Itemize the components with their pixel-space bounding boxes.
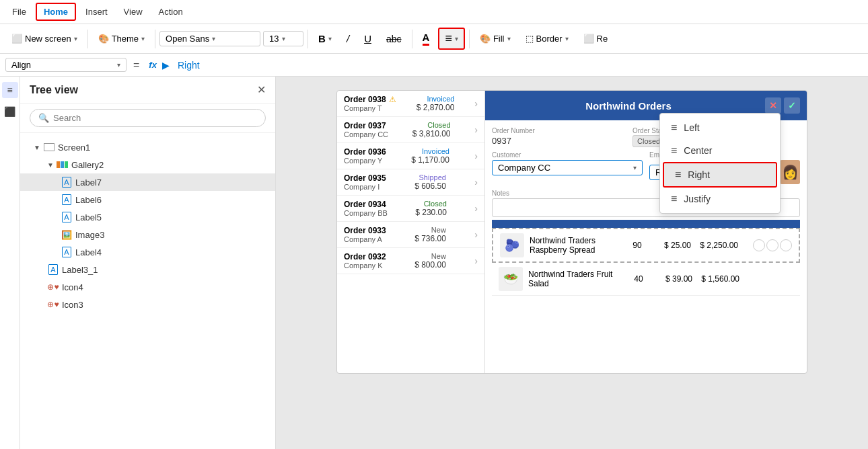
order-number-value: 0937 (492, 136, 626, 146)
product-2-name: Northwind Traders Fruit Salad (528, 270, 625, 288)
close-header-button[interactable]: ✕ (765, 97, 781, 114)
product-row-2[interactable]: 🥗 Northwind Traders Fruit Salad 40 $ 39.… (492, 263, 800, 296)
order-0935-info: Order 0935 Company I (344, 173, 386, 191)
menu-file[interactable]: File (5, 4, 33, 19)
align-justify-label: Justify (684, 194, 711, 204)
align-right-item[interactable]: ≡ Right (663, 162, 777, 188)
fx-label: fx (146, 60, 159, 70)
image3-label: Image3 (75, 230, 104, 240)
action-circle-3[interactable] (780, 239, 792, 251)
separator-2 (155, 30, 155, 48)
order-0933-num: Order 0933 (344, 226, 386, 235)
screen-icon (43, 141, 55, 153)
italic-icon: / (347, 33, 349, 44)
align-center-item[interactable]: ≡ Center (660, 139, 780, 162)
align-right-label: Right (688, 169, 710, 180)
order-0934-num: Order 0934 (344, 200, 388, 209)
theme-button[interactable]: 🎨 Theme ▾ (92, 30, 151, 47)
property-selector[interactable]: Align ▾ (5, 58, 126, 72)
warning-icon: ⚠ (389, 95, 396, 104)
rec-button[interactable]: ⬜ Re (577, 30, 614, 47)
customer-input[interactable]: Company CC ▾ (492, 160, 643, 175)
hamburger-icon[interactable]: ≡ (2, 82, 18, 98)
action-circle-1[interactable] (753, 239, 765, 251)
order-0932-info: Order 0932 Company K (344, 252, 386, 270)
order-item-0938[interactable]: Order 0938 ⚠ Company T Invoiced $ 2,870.… (337, 91, 484, 117)
formula-bar: Align ▾ = fx ▶ Right (0, 54, 868, 77)
menu-view[interactable]: View (117, 4, 149, 19)
align-justify-item[interactable]: ≡ Justify (660, 188, 780, 210)
order-0935-chevron: › (474, 177, 478, 188)
order-0937-chevron: › (474, 124, 478, 135)
align-left-item[interactable]: ≡ Left (660, 116, 780, 139)
search-field[interactable]: 🔍 (30, 109, 266, 127)
gallery2-arrow: ▼ (47, 161, 54, 169)
tree-item-label4[interactable]: A Label4 (20, 243, 275, 261)
order-0938-num: Order 0938 (344, 95, 386, 104)
order-item-0936[interactable]: Order 0936 Company Y Invoiced $ 1,170.00… (337, 143, 484, 169)
equals-sign: = (129, 59, 143, 71)
separator-5 (469, 30, 470, 48)
menu-insert[interactable]: Insert (79, 4, 114, 19)
size-value: 13 (269, 34, 279, 44)
rec-label: Re (597, 34, 608, 44)
tree-item-icon4[interactable]: ⊕♥ Icon4 (20, 278, 275, 296)
order-item-0933[interactable]: Order 0933 Company A New $ 736.00 › (337, 222, 484, 248)
underline-button[interactable]: U (358, 30, 377, 48)
menu-action[interactable]: Action (152, 4, 190, 19)
products-table: 🫐 Northwind Traders Raspberry Spread 90 … (492, 220, 800, 296)
tree-item-gallery2[interactable]: ▼ Gallery2 (20, 156, 275, 173)
tree-item-label3-1[interactable]: A Label3_1 (20, 261, 275, 278)
action-circle-2[interactable] (766, 239, 779, 251)
icon4-label: Icon4 (62, 282, 83, 292)
order-0938-status: Invoiced (417, 95, 455, 103)
font-color-button[interactable]: A (417, 28, 436, 49)
align-button[interactable]: ≡ ▾ (438, 28, 465, 50)
check-header-button[interactable]: ✓ (784, 97, 800, 114)
order-item-0937[interactable]: Order 0937 Company CC Closed $ 3,810.00 … (337, 117, 484, 143)
tree-item-label5[interactable]: A Label5 (20, 208, 275, 226)
tree-item-screen1[interactable]: ▼ Screen1 (20, 138, 275, 156)
screen1-arrow: ▼ (34, 144, 40, 151)
product-2-price: $ 39.00 (652, 274, 692, 284)
tree-close-button[interactable]: ✕ (257, 83, 266, 96)
icon3-label: Icon3 (62, 300, 83, 310)
order-item-0935[interactable]: Order 0935 Company I Shipped $ 606.50 › (337, 169, 484, 196)
border-label: Border (536, 34, 563, 44)
order-0932-right: New $ 800.00 (414, 252, 446, 270)
tree-title: Tree view (30, 84, 78, 96)
gallery2-label: Gallery2 (71, 160, 104, 170)
bold-button[interactable]: B ▾ (312, 30, 338, 48)
tree-item-label7[interactable]: A Label7 (20, 173, 275, 191)
fill-icon: 🎨 (480, 34, 491, 44)
product-1-qty: 90 (624, 241, 651, 250)
customer-group: Customer Company CC ▾ (492, 151, 643, 184)
label5-icon: A (61, 211, 73, 223)
product-1-price: $ 25.00 (651, 241, 691, 250)
product-row-1[interactable]: 🫐 Northwind Traders Raspberry Spread 90 … (492, 228, 800, 263)
new-screen-button[interactable]: ⬜ New screen ▾ (5, 30, 83, 47)
font-dropdown[interactable]: Open Sans ▾ (159, 31, 260, 46)
border-button[interactable]: ⬚ Border ▾ (519, 30, 575, 47)
label4-label: Label4 (75, 247, 102, 257)
order-0933-company: Company A (344, 235, 386, 243)
theme-label: Theme (112, 34, 139, 44)
new-screen-icon: ⬜ (11, 34, 22, 44)
border-chevron: ▾ (565, 35, 569, 42)
screen1-label: Screen1 (58, 142, 90, 153)
order-0934-status: Closed (415, 200, 447, 208)
layers-icon[interactable]: ⬛ (2, 104, 18, 120)
tree-item-label6[interactable]: A Label6 (20, 191, 275, 208)
search-input[interactable] (53, 113, 257, 123)
product-2-qty: 40 (625, 274, 652, 284)
fill-button[interactable]: 🎨 Fill ▾ (474, 30, 517, 47)
menu-home[interactable]: Home (36, 3, 76, 21)
tree-item-image3[interactable]: 🖼️ Image3 (20, 226, 275, 243)
strikethrough-button[interactable]: abc (380, 30, 408, 48)
order-item-0934[interactable]: Order 0934 Company BB Closed $ 230.00 › (337, 196, 484, 222)
italic-button[interactable]: / (340, 30, 355, 48)
property-chevron: ▾ (117, 61, 120, 69)
size-dropdown[interactable]: 13 ▾ (263, 31, 303, 46)
tree-item-icon3[interactable]: ⊕♥ Icon3 (20, 296, 275, 313)
order-item-0932[interactable]: Order 0932 Company K New $ 800.00 › (337, 248, 484, 274)
